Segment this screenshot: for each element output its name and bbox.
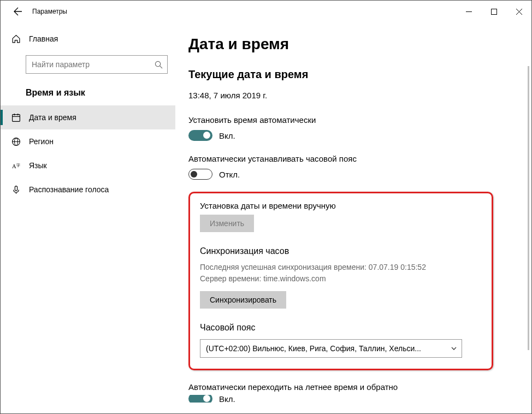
sync-last-line: Последняя успешная синхронизация времени…	[200, 262, 482, 273]
dst-state: Вкл.	[219, 395, 235, 403]
arrow-left-icon	[14, 7, 22, 16]
scrollbar[interactable]	[528, 66, 529, 350]
minimize-button[interactable]	[456, 1, 481, 22]
back-button[interactable]	[7, 1, 29, 22]
sync-server-line: Сервер времени: time.windows.com	[200, 273, 482, 285]
sidebar-home[interactable]: Главная	[1, 28, 175, 50]
auto-time-toggle[interactable]	[188, 130, 212, 141]
search-icon	[155, 61, 163, 69]
auto-tz-label: Автоматически устанавливать часовой пояс	[188, 154, 518, 163]
svg-rect-1	[491, 9, 496, 14]
dst-toggle-row: Вкл.	[188, 395, 518, 403]
search-box[interactable]	[26, 55, 168, 74]
manual-dt-label: Установка даты и времени вручную	[200, 201, 482, 210]
sidebar-category: Время и язык	[1, 78, 175, 105]
sidebar-item-label: Язык	[29, 161, 47, 170]
window-controls	[456, 1, 531, 22]
current-dt-value: 13:48, 7 июля 2019 г.	[188, 91, 518, 100]
auto-time-label: Установить время автоматически	[188, 115, 518, 125]
tz-dropdown[interactable]: (UTC+02:00) Вильнюс, Киев, Рига, София, …	[200, 339, 462, 358]
home-label: Главная	[29, 34, 58, 43]
auto-tz-state: Откл.	[219, 170, 240, 179]
svg-text:字: 字	[16, 162, 20, 167]
window-title: Параметры	[32, 8, 67, 15]
sidebar: Главная Время и язык Дата и время Регион…	[1, 22, 175, 413]
dst-toggle[interactable]	[188, 395, 212, 403]
svg-rect-4	[12, 114, 20, 121]
highlight-box: Установка даты и времени вручную Изменит…	[188, 192, 493, 370]
sidebar-item-region[interactable]: Регион	[1, 129, 175, 153]
sidebar-item-label: Регион	[29, 137, 54, 146]
minimize-icon	[466, 9, 472, 15]
close-button[interactable]	[506, 1, 531, 22]
page-title: Дата и время	[188, 36, 518, 53]
tz-title: Часовой пояс	[200, 323, 482, 333]
auto-time-state: Вкл.	[219, 131, 235, 140]
calendar-icon	[10, 113, 21, 122]
close-icon	[516, 9, 522, 15]
titlebar: Параметры	[1, 1, 531, 22]
home-icon	[10, 34, 21, 44]
sidebar-item-label: Дата и время	[29, 113, 76, 122]
auto-tz-toggle[interactable]	[188, 169, 212, 180]
main-panel: Дата и время Текущие дата и время 13:48,…	[175, 22, 531, 413]
svg-line-3	[160, 66, 162, 68]
svg-point-2	[155, 61, 160, 66]
language-icon: A字	[10, 161, 21, 170]
maximize-icon	[491, 9, 497, 15]
sync-button[interactable]: Синхронизировать	[200, 291, 286, 309]
dst-label: Автоматически переходить на летнее время…	[188, 382, 518, 392]
maximize-button[interactable]	[481, 1, 506, 22]
globe-icon	[10, 137, 21, 146]
sidebar-item-label: Распознавание голоса	[29, 185, 109, 194]
tz-selected: (UTC+02:00) Вильнюс, Киев, Рига, София, …	[206, 344, 451, 353]
current-dt-heading: Текущие дата и время	[188, 68, 518, 81]
sidebar-item-language[interactable]: A字 Язык	[1, 153, 175, 178]
sidebar-item-datetime[interactable]: Дата и время	[1, 105, 175, 129]
change-button[interactable]: Изменить	[200, 215, 254, 232]
sync-title: Синхронизация часов	[200, 246, 482, 256]
microphone-icon	[10, 185, 21, 194]
search-input[interactable]	[32, 60, 155, 69]
sidebar-item-speech[interactable]: Распознавание голоса	[1, 178, 175, 202]
svg-rect-13	[15, 186, 17, 191]
chevron-down-icon	[451, 345, 457, 352]
